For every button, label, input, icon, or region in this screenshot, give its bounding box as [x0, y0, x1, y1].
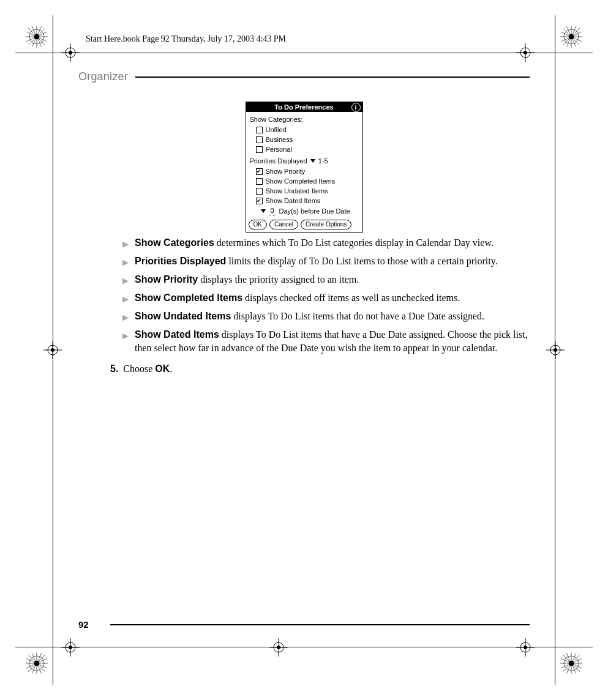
bullet-item: ▶Show Undated Items displays To Do List … — [122, 310, 530, 324]
bullet-desc: limits the display of To Do List items t… — [226, 256, 497, 266]
dropdown-triangle-icon — [310, 159, 315, 163]
option-row: Show Dated Items — [256, 196, 359, 206]
option-label: Show Dated Items — [266, 196, 321, 205]
registration-mark-icon — [61, 43, 80, 62]
step-text: Choose OK. — [123, 363, 172, 374]
bullet-desc: displays the priority assigned to an ite… — [198, 274, 359, 285]
page: Start Here.book Page 92 Thursday, July 1… — [0, 0, 608, 700]
info-icon: i — [351, 103, 361, 112]
bullet-term: Show Undated Items — [135, 311, 231, 321]
section-rule — [135, 76, 530, 78]
body-text: ▶Show Categories determines which To Do … — [122, 236, 530, 355]
bullet-desc: displays checked off items as well as un… — [242, 292, 460, 303]
category-label: Unfiled — [266, 125, 287, 134]
bullet-text: Show Undated Items displays To Do List i… — [135, 310, 530, 324]
step-line: 5. Choose OK. — [110, 363, 530, 374]
bullet-arrow-icon: ▶ — [122, 236, 129, 251]
page-number: 92 — [78, 619, 89, 630]
bullet-term: Show Categories — [135, 237, 214, 248]
bullet-text: Show Completed Items displays checked of… — [135, 291, 530, 306]
screenshot-figure: To Do Preferences i Show Categories: Unf… — [78, 102, 530, 233]
bullet-arrow-icon: ▶ — [122, 273, 129, 288]
category-label: Business — [266, 135, 293, 144]
section-title: Organizer — [78, 70, 128, 83]
category-label: Personal — [266, 145, 292, 154]
bullet-term: Show Priority — [135, 274, 198, 285]
printer-mark-medallion-icon — [24, 651, 49, 676]
priorities-row: Priorities Displayed 1-5 — [250, 157, 359, 165]
bullet-text: Show Dated Items displays To Do List ite… — [135, 328, 530, 355]
bullet-text: Priorities Displayed limits the display … — [135, 255, 530, 269]
bullet-desc: displays To Do List items that do not ha… — [231, 311, 484, 321]
checkbox-icon — [256, 146, 263, 153]
dropdown-triangle-icon — [261, 209, 266, 213]
checkbox-icon — [256, 127, 263, 133]
step-bold: OK — [155, 363, 170, 374]
registration-mark-icon — [269, 638, 288, 657]
printer-mark-medallion-icon — [24, 24, 49, 49]
bullet-arrow-icon: ▶ — [122, 291, 129, 306]
category-row: Business — [256, 135, 359, 144]
category-row: Unfiled — [256, 125, 359, 135]
registration-mark-icon — [516, 43, 535, 62]
ok-button: OK — [249, 220, 267, 229]
days-row: 0 Day(s) before Due Date — [261, 206, 359, 215]
checkbox-checked-icon — [256, 168, 263, 175]
option-label: Show Undated Items — [266, 187, 328, 195]
priorities-label: Priorities Displayed — [250, 157, 307, 165]
step-post: . — [170, 363, 172, 374]
checkbox-icon — [256, 136, 263, 143]
dialog-body: Show Categories: Unfiled Business Person… — [246, 112, 362, 218]
bullet-item: ▶Show Dated Items displays To Do List it… — [122, 328, 530, 355]
bullet-desc: determines which To Do List categories d… — [214, 237, 494, 248]
bullet-item: ▶Priorities Displayed limits the display… — [122, 255, 530, 269]
crop-line-top — [15, 53, 593, 53]
dialog-buttons: OK Cancel Create Options — [246, 218, 362, 232]
bullet-term: Priorities Displayed — [135, 256, 226, 266]
bullet-text: Show Categories determines which To Do L… — [135, 236, 530, 251]
registration-mark-icon — [61, 638, 80, 657]
bullet-arrow-icon: ▶ — [122, 255, 129, 269]
bullet-arrow-icon: ▶ — [122, 310, 129, 324]
priorities-value: 1-5 — [318, 157, 328, 165]
checkbox-checked-icon — [256, 198, 263, 204]
show-categories-label: Show Categories: — [250, 115, 359, 124]
bullet-term: Show Completed Items — [135, 292, 242, 303]
cancel-button: Cancel — [269, 220, 298, 229]
registration-mark-icon — [546, 341, 565, 359]
checkbox-icon — [256, 188, 263, 195]
bullet-text: Show Priority displays the priority assi… — [135, 273, 530, 288]
option-label: Show Completed Items — [266, 177, 336, 185]
dialog-title: To Do Preferences — [274, 103, 333, 111]
framemaker-header: Start Here.book Page 92 Thursday, July 1… — [86, 34, 286, 44]
bullet-item: ▶Show Categories determines which To Do … — [122, 236, 530, 251]
days-suffix: Day(s) before Due Date — [279, 207, 350, 215]
registration-mark-icon — [516, 638, 535, 657]
bullet-item: ▶Show Completed Items displays checked o… — [122, 291, 530, 306]
option-row: Show Completed Items — [256, 176, 359, 186]
category-row: Personal — [256, 144, 359, 154]
step-pre: Choose — [123, 363, 155, 374]
content-area: Organizer To Do Preferences i Show Categ… — [78, 70, 530, 630]
bullet-arrow-icon: ▶ — [122, 328, 129, 355]
checkbox-icon — [256, 178, 263, 185]
printer-mark-medallion-icon — [559, 651, 584, 676]
footer-rule — [110, 624, 530, 625]
todo-preferences-dialog: To Do Preferences i Show Categories: Unf… — [246, 102, 363, 233]
dialog-titlebar: To Do Preferences i — [246, 102, 362, 112]
option-row: Show Undated Items — [256, 186, 359, 196]
crop-line-bottom — [15, 647, 593, 647]
bullet-item: ▶Show Priority displays the priority ass… — [122, 273, 530, 288]
registration-mark-icon — [43, 341, 62, 359]
option-row: Show Priority — [256, 166, 359, 176]
step-number: 5. — [110, 363, 118, 374]
section-header: Organizer — [78, 70, 530, 83]
days-value: 0 — [269, 206, 276, 215]
bullet-term: Show Dated Items — [135, 329, 219, 340]
create-options-button: Create Options — [301, 220, 351, 229]
option-label: Show Priority — [266, 167, 306, 176]
printer-mark-medallion-icon — [559, 24, 584, 49]
